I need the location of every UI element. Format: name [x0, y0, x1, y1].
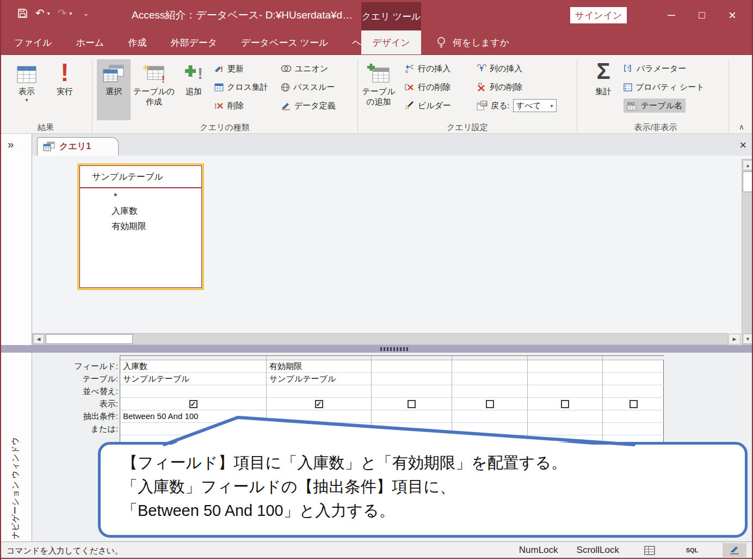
- sort-cell[interactable]: [120, 385, 266, 398]
- parameters-button[interactable]: ? パラメーター: [624, 61, 686, 76]
- collapse-ribbon-icon[interactable]: ∧: [739, 122, 744, 131]
- pane-splitter[interactable]: [1, 345, 752, 353]
- tab-close-icon[interactable]: ×: [739, 138, 746, 152]
- svg-text:!: !: [220, 64, 223, 73]
- sort-cell[interactable]: [603, 385, 664, 398]
- table-cell[interactable]: サンプルテーブル: [120, 373, 266, 385]
- sql-view-button[interactable]: SQL: [680, 543, 704, 557]
- sort-cell[interactable]: [372, 385, 452, 398]
- field-cell[interactable]: [372, 360, 452, 373]
- table-names-button[interactable]: XYZ テーブル名: [624, 99, 686, 113]
- design-view-button[interactable]: [723, 543, 746, 557]
- svg-text:?: ?: [627, 66, 630, 72]
- field-list-title[interactable]: サンプルテーブル: [80, 166, 201, 188]
- show-checkbox[interactable]: [486, 400, 494, 408]
- tab-create[interactable]: 作成: [128, 36, 146, 49]
- query-design-surface[interactable]: サンプルテーブル * 入庫数 有効期限: [32, 156, 753, 345]
- tell-me-box[interactable]: 何をしますか: [436, 30, 509, 54]
- field-cell[interactable]: [603, 360, 664, 373]
- show-cell[interactable]: ✓: [267, 398, 371, 410]
- show-checkbox[interactable]: [408, 400, 416, 408]
- minimize-button[interactable]: ─: [656, 0, 687, 30]
- qat-customize-icon[interactable]: ⌄: [83, 9, 89, 17]
- show-checkbox[interactable]: ✓: [189, 400, 197, 408]
- data-definition-button[interactable]: データ定義: [281, 99, 336, 113]
- property-sheet-button[interactable]: プロパティ シート: [624, 80, 705, 94]
- show-checkbox[interactable]: ✓: [315, 400, 323, 408]
- append-button[interactable]: ! 追加: [178, 59, 209, 120]
- ribbon: 表示 ▾ ! 実行 結果 選択: [1, 54, 752, 134]
- sort-cell[interactable]: [528, 385, 602, 398]
- column-selector[interactable]: [120, 356, 266, 360]
- table-cell[interactable]: [372, 373, 452, 385]
- scroll-left-icon[interactable]: ◀: [33, 334, 44, 344]
- return-combobox[interactable]: すべて ▾: [513, 99, 557, 112]
- totals-button[interactable]: Σ 集計: [588, 59, 619, 120]
- horizontal-scrollbar[interactable]: ◀: [32, 333, 728, 345]
- insert-columns-button[interactable]: 列の挿入: [477, 61, 522, 76]
- tab-database-tools[interactable]: データベース ツール: [241, 36, 328, 49]
- scroll-down-icon[interactable]: ▼: [743, 334, 753, 344]
- field-cell[interactable]: [528, 360, 602, 373]
- delete-query-button[interactable]: ! 削除: [214, 99, 244, 113]
- delete-columns-button[interactable]: 列の削除: [477, 80, 522, 94]
- union-icon: [281, 65, 292, 72]
- tab-home[interactable]: ホーム: [76, 36, 104, 49]
- sort-cell[interactable]: [452, 385, 527, 398]
- union-query-button[interactable]: ユニオン: [281, 61, 328, 76]
- signin-button[interactable]: サインイン: [570, 7, 627, 23]
- crosstab-query-button[interactable]: クロス集計: [214, 80, 268, 94]
- tab-query1[interactable]: クエリ1: [37, 137, 119, 156]
- field-list-sample-table[interactable]: サンプルテーブル * 入庫数 有効期限: [77, 163, 204, 290]
- field-item-star[interactable]: *: [80, 188, 201, 204]
- insert-rows-button[interactable]: 行の挿入: [405, 61, 450, 76]
- show-cell[interactable]: [528, 398, 602, 410]
- tab-file[interactable]: ファイル: [14, 36, 52, 49]
- scroll-right-icon[interactable]: ▶: [729, 334, 740, 344]
- horizontal-scroll-thumb[interactable]: [46, 334, 133, 344]
- field-cell[interactable]: 入庫数: [120, 360, 266, 373]
- window-controls: ─ □ ×: [656, 0, 748, 30]
- table-cell[interactable]: [528, 373, 602, 385]
- table-cell[interactable]: サンプルテーブル: [267, 373, 371, 385]
- column-selector[interactable]: [452, 356, 527, 360]
- sort-cell[interactable]: [267, 385, 371, 398]
- builder-button[interactable]: ビルダー: [405, 99, 451, 113]
- tab-design-active[interactable]: デザイン: [361, 30, 421, 54]
- return-top-values[interactable]: 10 戻る: すべて ▾: [477, 99, 557, 113]
- datasheet-view-button[interactable]: [638, 543, 662, 557]
- undo-dropdown-icon[interactable]: ▾: [47, 10, 50, 16]
- show-cell[interactable]: ✓: [120, 398, 266, 410]
- vertical-scroll-thumb[interactable]: [743, 171, 753, 192]
- field-item-yukokigen[interactable]: 有効期限: [80, 219, 201, 234]
- table-cell[interactable]: [603, 373, 664, 385]
- tab-external-data[interactable]: 外部データ: [170, 36, 217, 49]
- make-table-button[interactable]: ✳ ! テーブルの作成: [133, 59, 175, 120]
- column-selector[interactable]: [603, 356, 664, 360]
- delete-rows-button[interactable]: 行の削除: [405, 80, 450, 94]
- maximize-button[interactable]: □: [687, 0, 717, 30]
- view-button[interactable]: 表示 ▾: [9, 59, 45, 120]
- undo-icon[interactable]: ↶: [35, 7, 45, 20]
- show-checkbox[interactable]: [629, 400, 638, 408]
- show-cell[interactable]: [452, 398, 527, 410]
- field-item-nyukosu[interactable]: 入庫数: [80, 204, 201, 219]
- field-cell[interactable]: [452, 360, 527, 373]
- nav-expand-button[interactable]: »: [8, 138, 14, 151]
- column-selector[interactable]: [528, 356, 602, 360]
- column-selector[interactable]: [372, 356, 452, 360]
- save-icon[interactable]: [17, 8, 28, 19]
- passthrough-query-button[interactable]: パススルー: [281, 80, 335, 94]
- show-cell[interactable]: [372, 398, 452, 410]
- select-query-button[interactable]: 選択: [97, 59, 131, 120]
- column-selector[interactable]: [267, 356, 371, 360]
- table-cell[interactable]: [452, 373, 527, 385]
- close-button[interactable]: ×: [717, 0, 748, 30]
- field-cell[interactable]: 有効期限: [267, 360, 371, 373]
- add-table-button[interactable]: テーブルの追加: [361, 59, 396, 120]
- show-checkbox[interactable]: [561, 400, 569, 408]
- run-button[interactable]: ! 実行: [47, 59, 83, 120]
- show-cell[interactable]: [603, 398, 664, 410]
- update-query-button[interactable]: ! 更新: [214, 61, 244, 76]
- scroll-up-icon[interactable]: ▲: [743, 160, 753, 170]
